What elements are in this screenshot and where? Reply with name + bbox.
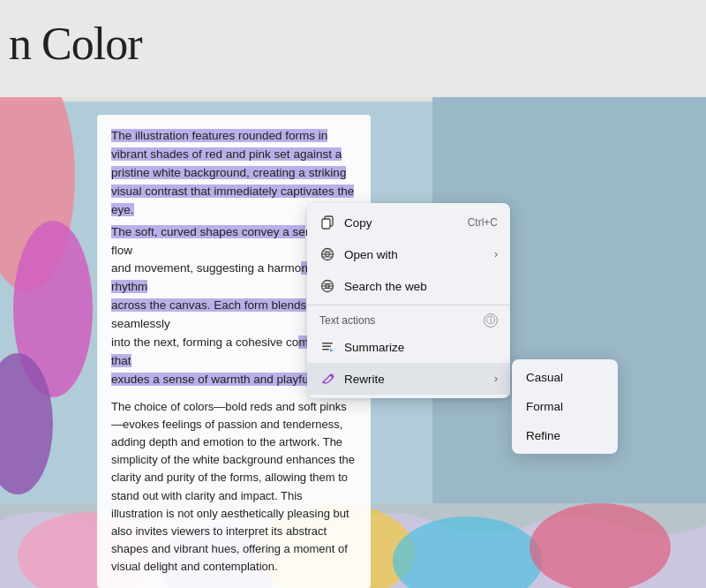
open-with-arrow-icon: › [494, 248, 498, 260]
rewrite-menu-item[interactable]: Rewrite › Casual Formal Refine [307, 363, 510, 395]
open-with-label: Open with [344, 248, 398, 261]
summarize-label: Summarize [344, 341, 404, 354]
rewrite-icon [319, 371, 335, 387]
text-actions-label: Text actions [319, 314, 375, 327]
open-with-icon [319, 246, 335, 262]
search-web-label: Search the web [344, 280, 427, 293]
page-title: n Color [9, 18, 141, 70]
copy-icon [319, 215, 335, 230]
svg-rect-19 [322, 349, 329, 351]
copy-menu-item[interactable]: Copy Ctrl+C [307, 207, 510, 238]
summarize-icon [319, 339, 335, 355]
copy-shortcut: Ctrl+C [468, 216, 498, 229]
search-web-icon [319, 278, 335, 294]
casual-menu-item[interactable]: Casual [512, 363, 618, 392]
search-web-menu-item[interactable]: Search the web [307, 270, 510, 302]
open-with-menu-item[interactable]: Open with › [307, 238, 510, 270]
text-actions-header: Text actions ⓘ [307, 308, 510, 331]
svg-rect-12 [322, 219, 330, 229]
info-icon[interactable]: ⓘ [484, 313, 498, 328]
continuation-selected: The soft, curved shapes convey a se [111, 225, 305, 238]
copy-label: Copy [344, 216, 372, 230]
svg-rect-17 [322, 343, 333, 344]
refine-menu-item[interactable]: Refine [512, 421, 618, 450]
second-paragraph: The choice of colors—bold reds and soft … [111, 398, 357, 576]
formal-menu-item[interactable]: Formal [512, 392, 618, 421]
context-menu: Copy Ctrl+C Open with › Search the web [307, 203, 510, 398]
menu-divider-1 [307, 305, 510, 305]
rewrite-submenu: Casual Formal Refine [512, 359, 618, 454]
svg-rect-18 [322, 346, 331, 348]
rewrite-arrow-icon: › [494, 373, 498, 385]
rewrite-label: Rewrite [344, 373, 385, 386]
summarize-menu-item[interactable]: Summarize [307, 331, 510, 363]
